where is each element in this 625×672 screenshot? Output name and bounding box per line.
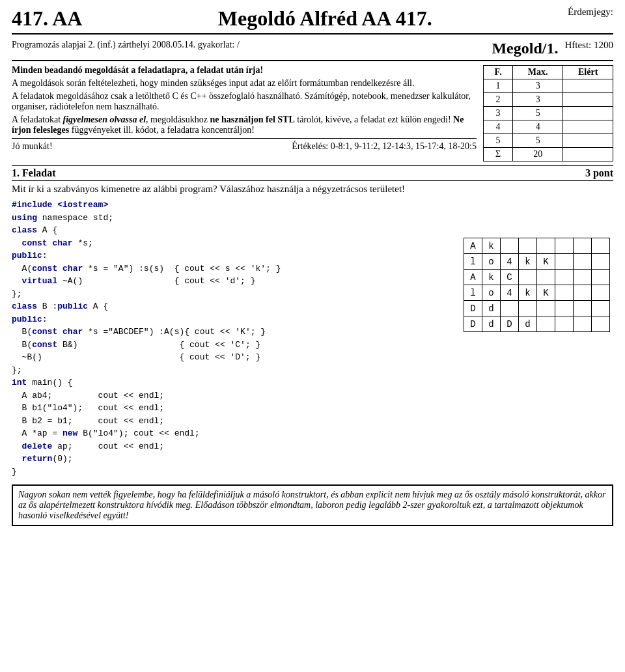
table-row: 13 (484, 79, 613, 93)
table-row: 44 (484, 120, 613, 134)
table-row: A k C (464, 270, 610, 285)
table-row: 55 (484, 134, 613, 148)
left-title: 417. AA (12, 7, 82, 31)
megold-label: Megold/1. (492, 40, 564, 57)
table-row-sigma: Σ20 (484, 148, 613, 161)
table-row: A k (464, 238, 610, 254)
table-row: l o 4 k K (464, 285, 610, 301)
bottom-note-text: Nagyon sokan nem vették figyelembe, hogy… (18, 490, 605, 520)
center-title: Megoldó Alfréd AA 417. (218, 7, 432, 31)
ertekeles: Értékelés: 0-8:1, 9-11:2, 12-14:3, 15-17… (292, 141, 477, 152)
meta-row: Programozás alapjai 2. (inf.) zárthelyi … (12, 37, 613, 61)
table-row: 23 (484, 93, 613, 107)
code-section: #include <iostream> using namespace std;… (12, 199, 457, 478)
code-and-grid: #include <iostream> using namespace std;… (12, 199, 613, 478)
code-block: #include <iostream> using namespace std;… (12, 199, 457, 478)
section1-points: 3 pont (585, 167, 613, 179)
left-column: Minden beadandó megoldását a feladatlapr… (12, 65, 483, 161)
jo-munkat: Jó munkát! (12, 141, 53, 152)
intro-p3: A feladatok megoldásához csak a letölthe… (12, 91, 477, 112)
question-text: Mit ír ki a szabványos kimenetre az aláb… (12, 184, 613, 195)
bottom-note: Nagyon sokan nem vették figyelembe, hogy… (12, 484, 613, 526)
grid-section: A k l o 4 k K A k C (464, 238, 613, 478)
table-row: D d (464, 301, 610, 316)
col-elert: Elért (563, 66, 613, 79)
table-row: D d D d (464, 316, 610, 332)
right-column: F. Max. Elért 13 23 35 44 55 Σ20 (483, 65, 613, 161)
page-header: 417. AA Megoldó Alfréd AA 417. Érdemjegy… (12, 7, 613, 35)
main-content: Minden beadandó megoldását a feladatlapr… (12, 65, 613, 161)
section1-header: 1. Feladat 3 pont (12, 165, 613, 181)
intro-p4: A feladatokat figyelmesen olvassa el, me… (12, 115, 477, 135)
col-f: F. (484, 66, 513, 79)
score-table: F. Max. Elért 13 23 35 44 55 Σ20 (483, 65, 613, 161)
erdemjegy-label: Érdemjegy: (568, 7, 613, 18)
header-right: Érdemjegy: (568, 7, 613, 18)
hftest-label: Hftest: 1200 (564, 40, 613, 51)
col-max: Max. (513, 66, 563, 79)
header-center: Megoldó Alfréd AA 417. (218, 7, 432, 31)
header-left: 417. AA (12, 7, 82, 31)
evaluation-row: Jó munkát! Értékelés: 0-8:1, 9-11:2, 12-… (12, 138, 477, 152)
section1-title: 1. Feladat (12, 167, 56, 179)
intro-p2: A megoldások során feltételezheti, hogy … (12, 78, 477, 89)
table-row: l o 4 k K (464, 254, 610, 270)
output-grid: A k l o 4 k K A k C (464, 238, 610, 332)
meta-right: Megold/1. Hftest: 1200 (492, 40, 613, 57)
meta-text: Programozás alapjai 2. (inf.) zárthelyi … (12, 40, 240, 49)
intro-p1: Minden beadandó megoldását a feladatlapr… (12, 65, 477, 76)
table-row: 35 (484, 107, 613, 120)
meta-left: Programozás alapjai 2. (inf.) zárthelyi … (12, 40, 240, 50)
